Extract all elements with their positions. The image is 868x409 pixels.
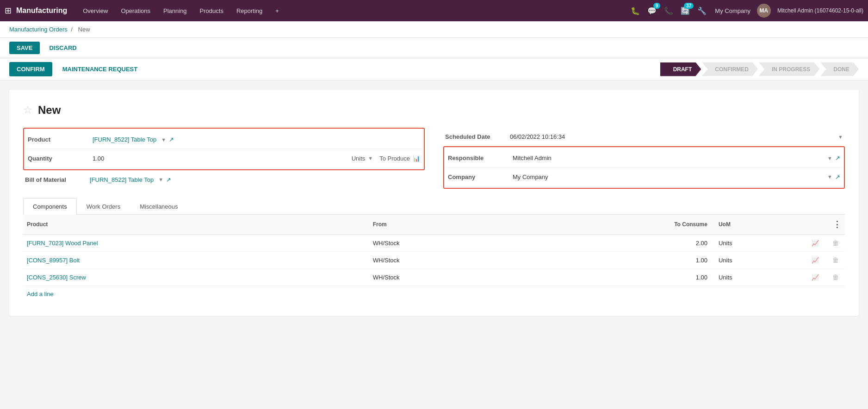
discard-button[interactable]: DISCARD: [43, 42, 82, 54]
row2-uom: Units: [715, 252, 808, 269]
right-fields: Scheduled Date ▼ Responsible ▼ ↗: [443, 128, 845, 189]
bom-value[interactable]: [FURN_8522] Table Top: [90, 176, 154, 183]
row2-product[interactable]: [CONS_89957] Bolt: [23, 252, 369, 269]
row2-delete-icon[interactable]: 🗑: [832, 256, 839, 264]
messages-icon[interactable]: 💬 9: [645, 5, 658, 17]
maintenance-request-button[interactable]: MAINTENANCE REQUEST: [57, 62, 143, 76]
row1-delete[interactable]: 🗑: [826, 235, 845, 252]
save-button[interactable]: SAVE: [9, 42, 40, 54]
row1-product[interactable]: [FURN_7023] Wood Panel: [23, 235, 369, 252]
nav-add[interactable]: +: [269, 0, 285, 21]
product-field-row: Product [FURN_8522] Table Top ▼ ↗: [26, 130, 422, 149]
status-pipeline: DRAFT CONFIRMED IN PROGRESS DONE: [660, 62, 859, 76]
top-navbar: ⊞ Manufacturing Overview Operations Plan…: [0, 0, 868, 21]
breadcrumb-current: New: [78, 26, 90, 33]
bom-dropdown-arrow[interactable]: ▼: [158, 177, 163, 182]
add-line-link[interactable]: Add a line: [23, 286, 845, 302]
form-title-row: ☆ New: [23, 104, 845, 117]
row2-chart[interactable]: 📈: [808, 252, 826, 269]
scheduled-date-value-container: ▼: [510, 133, 843, 140]
product-value[interactable]: [FURN_8522] Table Top: [93, 136, 156, 143]
form-title: New: [38, 104, 61, 117]
settings-icon[interactable]: 🔧: [695, 5, 708, 17]
status-confirmed[interactable]: CONFIRMED: [702, 62, 758, 76]
row1-delete-icon[interactable]: 🗑: [832, 239, 839, 247]
status-done[interactable]: DONE: [820, 62, 859, 76]
tabs-section: Components Work Orders Miscellaneous Pro…: [23, 198, 845, 302]
company-label: My Company: [715, 7, 750, 14]
row2-delete[interactable]: 🗑: [826, 252, 845, 269]
product-dropdown-arrow[interactable]: ▼: [161, 137, 166, 143]
quantity-input[interactable]: [93, 155, 349, 162]
status-draft[interactable]: DRAFT: [660, 62, 701, 76]
nav-operations[interactable]: Operations: [114, 0, 157, 21]
company-external-link-icon[interactable]: ↗: [835, 174, 840, 180]
row1-to-consume: 2.00: [520, 235, 715, 252]
main-content: ☆ New Product [FURN_8522] Table Top ▼ ↗: [0, 81, 868, 406]
product-label: Product: [28, 136, 93, 143]
scheduled-date-dropdown-arrow[interactable]: ▼: [838, 134, 843, 140]
product-value-container: [FURN_8522] Table Top ▼ ↗: [93, 136, 420, 143]
units-dropdown[interactable]: Units ▼: [352, 155, 373, 162]
row3-chart[interactable]: 📈: [808, 269, 826, 286]
favorite-star-icon[interactable]: ☆: [23, 104, 32, 116]
units-value: Units: [352, 155, 366, 162]
breadcrumb-parent[interactable]: Manufacturing Orders: [9, 26, 68, 33]
form-card: ☆ New Product [FURN_8522] Table Top ▼ ↗: [9, 90, 859, 316]
to-produce-label: To Produce: [379, 155, 410, 162]
avatar: MA: [757, 4, 771, 18]
nav-reporting[interactable]: Reporting: [230, 0, 269, 21]
scheduled-date-row: Scheduled Date ▼: [443, 128, 845, 146]
forecast-chart-icon[interactable]: 📊: [413, 155, 420, 162]
nav-products[interactable]: Products: [193, 0, 230, 21]
table-row: [FURN_7023] Wood Panel WH/Stock 2.00 Uni…: [23, 235, 845, 252]
company-dropdown-arrow[interactable]: ▼: [827, 174, 832, 180]
quantity-label: Quantity: [28, 155, 93, 162]
company-input[interactable]: [513, 174, 823, 180]
activity-icon[interactable]: 🔄 37: [679, 5, 692, 17]
row1-chart[interactable]: 📈: [808, 235, 826, 252]
product-external-link-icon[interactable]: ↗: [169, 136, 174, 143]
breadcrumb: Manufacturing Orders / New: [0, 21, 868, 38]
bug-icon[interactable]: 🐛: [629, 5, 642, 17]
nav-menu: Overview Operations Planning Products Re…: [76, 0, 285, 21]
scheduled-date-label: Scheduled Date: [445, 133, 510, 140]
apps-icon[interactable]: ⊞: [5, 6, 12, 16]
nav-planning[interactable]: Planning: [157, 0, 193, 21]
action-bar: SAVE DISCARD: [0, 38, 868, 58]
row3-uom: Units: [715, 269, 808, 286]
company-value-container: ▼ ↗: [513, 174, 840, 180]
tabs-nav: Components Work Orders Miscellaneous: [23, 198, 845, 215]
table-row: [CONS_25630] Screw WH/Stock 1.00 Units 📈…: [23, 269, 845, 286]
form-fields-grid: Product [FURN_8522] Table Top ▼ ↗ Quanti…: [23, 128, 845, 189]
tab-miscellaneous[interactable]: Miscellaneous: [130, 198, 187, 215]
tab-components[interactable]: Components: [23, 198, 77, 215]
bom-value-container: [FURN_8522] Table Top ▼ ↗: [90, 176, 423, 183]
responsible-external-link-icon[interactable]: ↗: [835, 155, 840, 161]
units-dropdown-arrow[interactable]: ▼: [368, 155, 373, 161]
brand-label: Manufacturing: [16, 6, 67, 15]
phone-icon[interactable]: 📞: [662, 5, 675, 17]
status-bar: CONFIRM MAINTENANCE REQUEST DRAFT CONFIR…: [0, 58, 868, 81]
status-in-progress[interactable]: IN PROGRESS: [759, 62, 819, 76]
row3-delete[interactable]: 🗑: [826, 269, 845, 286]
table-more-icon[interactable]: ⋮: [833, 220, 841, 229]
row3-delete-icon[interactable]: 🗑: [832, 273, 839, 281]
scheduled-date-input[interactable]: [510, 133, 833, 140]
col-product: Product: [23, 215, 369, 235]
row2-to-consume: 1.00: [520, 252, 715, 269]
row3-to-consume: 1.00: [520, 269, 715, 286]
row1-from: WH/Stock: [369, 235, 520, 252]
components-table: Product From To Consume UoM ⋮ [FURN_7023…: [23, 215, 845, 286]
responsible-input[interactable]: [513, 155, 823, 161]
bom-label: Bill of Material: [25, 176, 90, 183]
table-row: [CONS_89957] Bolt WH/Stock 1.00 Units 📈 …: [23, 252, 845, 269]
responsible-field-row: Responsible ▼ ↗: [446, 149, 842, 167]
row3-product[interactable]: [CONS_25630] Screw: [23, 269, 369, 286]
col-actions: ⋮: [826, 215, 845, 235]
responsible-dropdown-arrow[interactable]: ▼: [827, 155, 832, 161]
tab-work-orders[interactable]: Work Orders: [77, 198, 130, 215]
confirm-button[interactable]: CONFIRM: [9, 62, 52, 76]
bom-external-link-icon[interactable]: ↗: [166, 176, 171, 183]
nav-overview[interactable]: Overview: [76, 0, 114, 21]
